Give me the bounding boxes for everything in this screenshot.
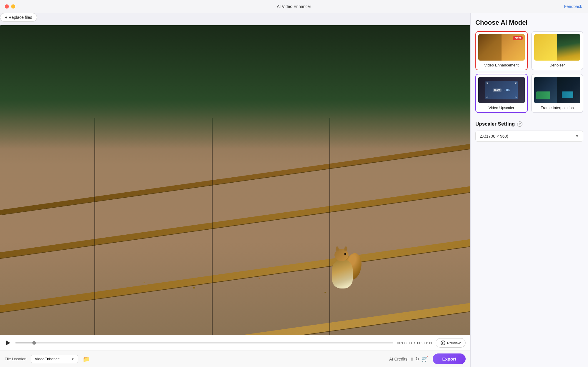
video-controls: 00:00:03 / 00:00:03 Preview [0, 335, 470, 351]
dropdown-arrow-icon: ▼ [575, 134, 579, 138]
ai-credits-label: AI Credits: [389, 357, 408, 361]
upscaler-setting-section: Upscaler Setting ? 2X(1708 × 960) ▼ [475, 121, 583, 142]
upscaler-inner: ↖ ↗ ↙ ↘ 1080P → 8K [485, 81, 518, 99]
thumb-fi-right [557, 77, 580, 103]
preview-button[interactable]: Preview [436, 338, 466, 348]
upscaler-setting-dropdown[interactable]: 2X(1708 × 960) ▼ [475, 131, 583, 142]
export-button[interactable]: Export [433, 353, 466, 364]
model-card-video-enhancement[interactable]: New Video Enhancement [475, 31, 528, 70]
thumb-upscaler: ↖ ↗ ↙ ↘ 1080P → 8K [478, 77, 525, 103]
progress-indicator [32, 341, 36, 345]
new-badge: New [513, 36, 523, 40]
file-location-label: File Location: [5, 357, 27, 361]
file-location-value: VideoEnhance [35, 357, 59, 361]
title-bar: AI Video Enhancer Feedback [0, 0, 588, 13]
thumb-denoiser-left [534, 34, 557, 61]
corner-arrow-bl: ↙ [486, 96, 489, 99]
progress-fill [15, 342, 34, 343]
setting-title: Upscaler Setting ? [475, 121, 583, 127]
upscaler-setting-value: 2X(1708 × 960) [480, 134, 508, 139]
model-label-frame-interpolation: Frame Interpolation [541, 106, 574, 110]
model-label-video-upscaler: Video Upscaler [489, 106, 514, 110]
corner-arrow-tr: ↗ [514, 82, 517, 85]
folder-icon: 📁 [83, 356, 90, 363]
ai-credits-value: 0 [411, 357, 413, 361]
left-panel: + Replace files [0, 13, 470, 367]
model-grid: New Video Enhancement Denoiser [475, 31, 583, 113]
total-time: 00:00:03 [417, 341, 432, 345]
preview-label: Preview [447, 341, 461, 345]
minimize-window-button[interactable] [11, 4, 15, 9]
right-panel: Choose AI Model New Video Enhancement [470, 13, 588, 367]
close-window-button[interactable] [5, 4, 9, 9]
video-player [0, 25, 470, 335]
current-time: 00:00:03 [397, 341, 412, 345]
time-display: 00:00:03 / 00:00:03 [397, 341, 432, 345]
video-scene [0, 25, 470, 335]
model-thumbnail-video-enhancement: New [478, 34, 525, 61]
upscaler-setting-label: Upscaler Setting [475, 121, 515, 127]
feedback-link[interactable]: Feedback [564, 4, 582, 9]
thumb-fi [534, 77, 581, 103]
app-title: AI Video Enhancer [277, 4, 311, 9]
video-frame [0, 25, 470, 335]
choose-model-title: Choose AI Model [475, 19, 583, 26]
browse-folder-button[interactable]: 📁 [81, 354, 91, 364]
model-label-video-enhancement: Video Enhancement [484, 63, 519, 67]
corner-arrow-br: ↘ [514, 96, 517, 99]
model-thumbnail-denoiser [534, 34, 581, 61]
thumb-left [478, 34, 502, 61]
thumb-denoiser-right [557, 34, 580, 61]
corner-arrows: ↖ ↗ ↙ ↘ [485, 81, 518, 99]
cart-icon[interactable]: 🛒 [422, 356, 428, 362]
refresh-credits-icon[interactable]: ↻ [415, 356, 419, 362]
thumb-fi-left [534, 77, 557, 103]
play-icon [6, 341, 10, 345]
content-area: + Replace files [0, 13, 588, 367]
model-card-denoiser[interactable]: Denoiser [531, 31, 584, 70]
model-thumbnail-frame-interpolation [534, 77, 581, 103]
model-card-frame-interpolation[interactable]: Frame Interpolation [531, 74, 584, 113]
model-card-video-upscaler[interactable]: ↖ ↗ ↙ ↘ 1080P → 8K [475, 74, 528, 113]
progress-bar[interactable] [15, 342, 393, 343]
window-controls [5, 4, 15, 9]
thumb-denoiser [534, 34, 581, 61]
corner-arrow-tl: ↖ [486, 82, 489, 85]
thumb-video-enhancement: New [478, 34, 525, 61]
file-location-arrow-icon: ▼ [71, 357, 74, 361]
bottom-bar: File Location: VideoEnhance ▼ 📁 AI Credi… [0, 351, 470, 367]
model-thumbnail-video-upscaler: ↖ ↗ ↙ ↘ 1080P → 8K [478, 77, 525, 103]
help-icon[interactable]: ? [517, 121, 522, 127]
toolbar: + Replace files [0, 13, 470, 22]
replace-files-button[interactable]: + Replace files [0, 13, 37, 22]
play-button[interactable] [5, 339, 12, 346]
file-location-dropdown[interactable]: VideoEnhance ▼ [31, 355, 78, 363]
bottom-right-controls: AI Credits: 0 ↻ 🛒 Export [389, 353, 466, 364]
model-label-denoiser: Denoiser [549, 63, 565, 67]
preview-icon [441, 341, 445, 345]
ai-credits: AI Credits: 0 ↻ 🛒 [389, 356, 428, 362]
